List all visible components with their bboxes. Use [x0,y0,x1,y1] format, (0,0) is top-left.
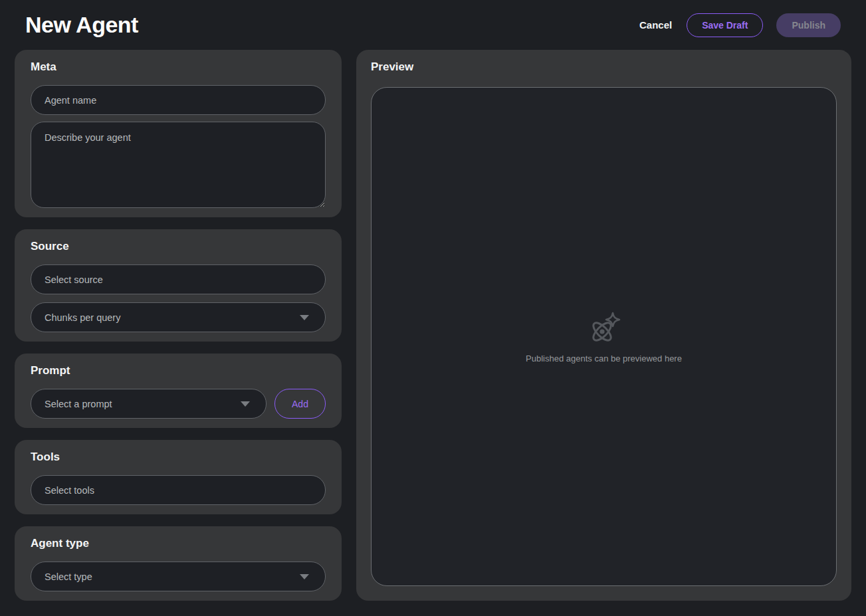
source-card: Source Chunks per query [15,229,342,342]
meta-heading: Meta [31,60,326,74]
agent-type-select-value: Select type [45,571,92,582]
chunks-per-query-select[interactable]: Chunks per query [31,302,326,332]
tools-select-input[interactable] [31,475,326,505]
tools-card: Tools [15,440,342,514]
chunks-per-query-value: Chunks per query [45,312,120,323]
cancel-button[interactable]: Cancel [638,14,673,36]
agent-description-textarea[interactable] [31,122,326,208]
save-draft-button[interactable]: Save Draft [687,13,763,37]
tools-heading: Tools [31,450,326,464]
agent-atom-sparkle-icon [586,310,623,347]
preview-card: Preview Published agents can be previewe… [356,50,851,601]
main-content: Meta Source Chunks per query Prompt Sele… [0,50,866,601]
preview-empty-message: Published agents can be previewed here [526,354,682,363]
preview-panel: Published agents can be previewed here [371,87,837,586]
chevron-down-icon [300,315,309,320]
prompt-card: Prompt Select a prompt Add [15,354,342,428]
source-select-input[interactable] [31,264,326,294]
page-title: New Agent [25,12,138,38]
agent-name-input[interactable] [31,85,326,115]
prompt-select-value: Select a prompt [45,399,112,409]
header-actions: Cancel Save Draft Publish [638,13,841,37]
agent-type-heading: Agent type [31,536,326,550]
form-column: Meta Source Chunks per query Prompt Sele… [15,50,342,601]
header: New Agent Cancel Save Draft Publish [0,0,866,50]
preview-column: Preview Published agents can be previewe… [356,50,851,601]
meta-card: Meta [15,50,342,217]
source-heading: Source [31,239,326,253]
prompt-row: Select a prompt Add [31,389,326,419]
prompt-select[interactable]: Select a prompt [31,389,267,419]
agent-type-select[interactable]: Select type [31,562,326,591]
add-prompt-button[interactable]: Add [274,389,326,419]
prompt-heading: Prompt [31,363,326,377]
agent-type-card: Agent type Select type [15,526,342,601]
preview-heading: Preview [371,60,837,74]
chevron-down-icon [241,401,250,407]
publish-button[interactable]: Publish [776,13,841,37]
chevron-down-icon [300,574,309,579]
